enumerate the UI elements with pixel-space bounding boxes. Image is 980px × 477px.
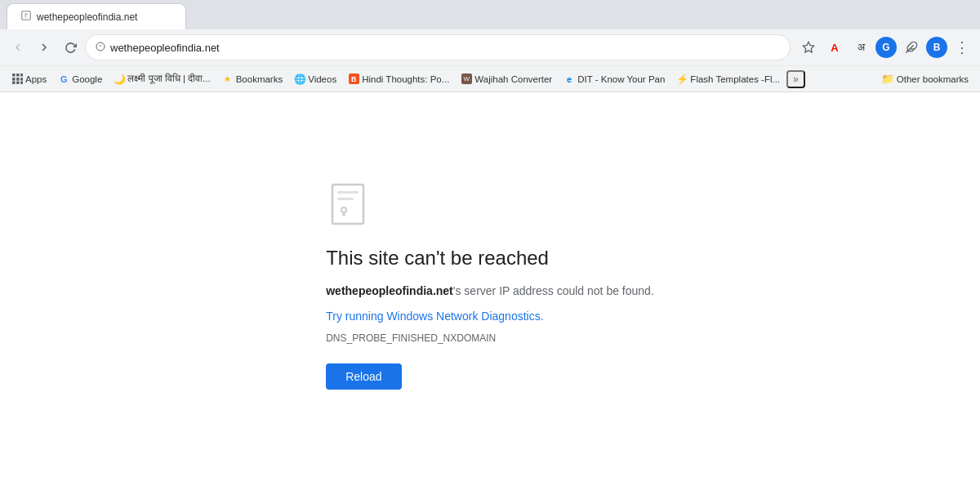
other-bookmarks[interactable]: 📁 Other bookmarks	[876, 71, 973, 87]
error-domain: wethepeopleofindia.net	[326, 284, 453, 297]
info-icon	[96, 42, 105, 54]
svg-rect-21	[337, 198, 354, 200]
toolbar: wethepeopleofindia.net A अ G B ⋮	[0, 29, 980, 65]
svg-rect-18	[20, 81, 23, 84]
bookmark-dit-pan[interactable]: e DIT - Know Your Pan	[559, 72, 670, 87]
page-content: This site can't be reached wethepeopleof…	[0, 92, 980, 477]
google-icon: G	[58, 74, 69, 85]
lakshmi-label: लक्ष्मी पूजा विधि | दीवा...	[127, 74, 210, 84]
bookmark-flash-templates[interactable]: ⚡ Flash Templates -Fl...	[671, 72, 785, 87]
bookmark-videos[interactable]: 🌐 Videos	[289, 72, 341, 87]
apps-icon	[11, 74, 23, 85]
svg-rect-10	[12, 74, 16, 77]
error-container: This site can't be reached wethepeopleof…	[310, 165, 670, 406]
svg-marker-7	[803, 42, 813, 52]
flash-icon: ⚡	[676, 74, 688, 85]
blogger-icon: B	[348, 74, 359, 85]
moon-icon: 🌙	[114, 74, 125, 85]
tab-title: wethepeopleofindia.net	[37, 11, 137, 23]
svg-rect-16	[12, 81, 16, 84]
hindi-button[interactable]: अ	[849, 36, 872, 59]
dit-pan-label: DIT - Know Your Pan	[577, 74, 665, 84]
star-button[interactable]	[797, 36, 820, 59]
error-title: This site can't be reached	[326, 247, 549, 270]
refresh-button[interactable]	[59, 36, 82, 59]
google-label: Google	[72, 74, 102, 84]
svg-rect-11	[16, 74, 20, 77]
back-button[interactable]	[7, 36, 29, 59]
bookmark-wajihah[interactable]: W Wajihah Converter	[456, 72, 557, 87]
svg-point-3	[25, 17, 26, 18]
error-code: DNS_PROBE_FINISHED_NXDOMAIN	[326, 332, 496, 344]
address-text: wethepeopleofindia.net	[110, 42, 780, 54]
error-icon	[326, 181, 375, 230]
bookmark-apps[interactable]: Apps	[7, 72, 51, 87]
edge-icon: e	[564, 74, 575, 85]
tab-favicon	[20, 10, 32, 24]
error-desc: wethepeopleofindia.net's server IP addre…	[326, 283, 654, 300]
folder-icon: 📁	[881, 73, 894, 85]
wajihah-label: Wajihah Converter	[474, 74, 552, 84]
bookmarks-label: Bookmarks	[236, 74, 283, 84]
browser-chrome: wethepeopleofindia.net	[0, 0, 980, 92]
toolbar-right: A अ G B ⋮	[797, 36, 973, 59]
svg-rect-14	[16, 78, 20, 81]
reload-button[interactable]: Reload	[326, 363, 401, 390]
extensions-button[interactable]	[900, 36, 923, 59]
bookmark-hindi-thoughts[interactable]: B Hindi Thoughts: Po...	[343, 72, 454, 87]
acrobat-button[interactable]: A	[823, 36, 846, 59]
profile-button[interactable]: B	[926, 37, 947, 58]
active-tab[interactable]: wethepeopleofindia.net	[7, 3, 186, 29]
svg-rect-19	[332, 185, 363, 224]
svg-rect-15	[20, 78, 23, 81]
wajihah-icon: W	[461, 74, 472, 85]
flash-templates-label: Flash Templates -Fl...	[690, 74, 780, 84]
bookmark-lakshmi[interactable]: 🌙 लक्ष्मी पूजा विधि | दीवा...	[109, 72, 215, 87]
diagnostics-link[interactable]: Try running Windows Network Diagnostics.	[326, 310, 543, 323]
svg-rect-20	[337, 191, 359, 194]
svg-rect-17	[16, 81, 20, 84]
star-icon: ★	[222, 74, 234, 85]
svg-rect-12	[20, 74, 23, 77]
address-bar[interactable]: wethepeopleofindia.net	[85, 34, 791, 60]
hindi-thoughts-label: Hindi Thoughts: Po...	[362, 74, 449, 84]
forward-button[interactable]	[33, 36, 56, 59]
tab-bar: wethepeopleofindia.net	[0, 0, 980, 29]
bookmark-bookmarks[interactable]: ★ Bookmarks	[217, 72, 288, 87]
google-account-button[interactable]: G	[875, 37, 897, 58]
more-bookmarks-button[interactable]: »	[786, 70, 805, 88]
videos-label: Videos	[308, 74, 336, 84]
svg-rect-13	[12, 78, 16, 81]
error-desc-suffix: 's server IP address could not be found.	[453, 284, 654, 297]
apps-label: Apps	[25, 74, 47, 84]
globe-icon: 🌐	[294, 74, 305, 85]
bookmarks-bar: Apps G Google 🌙 लक्ष्मी पूजा विधि | दीवा…	[0, 65, 980, 91]
bookmark-google[interactable]: G Google	[53, 72, 107, 87]
other-bookmarks-label: Other bookmarks	[897, 74, 969, 84]
menu-button[interactable]: ⋮	[951, 36, 973, 59]
